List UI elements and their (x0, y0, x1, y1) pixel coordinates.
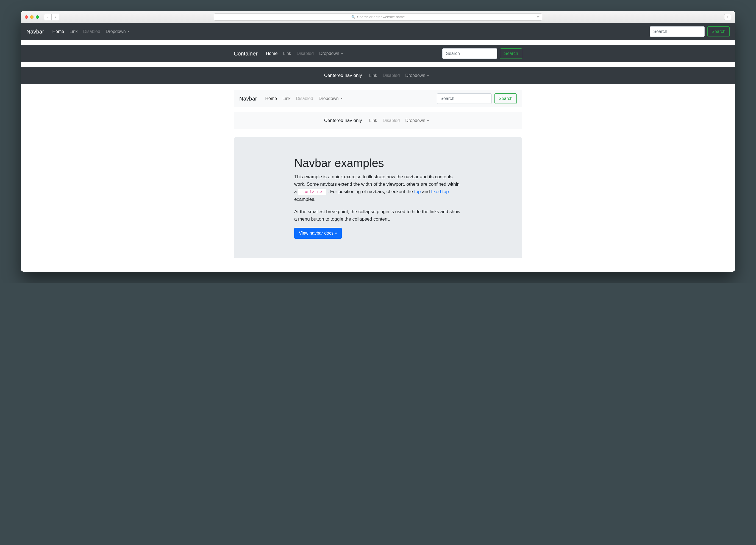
page-title: Navbar examples (294, 157, 462, 170)
fullscreen-icon[interactable] (36, 15, 39, 19)
chevron-down-icon (127, 31, 130, 32)
chevron-down-icon (427, 75, 429, 76)
chevron-down-icon (341, 53, 343, 54)
second-paragraph: At the smallest breakpoint, the collapse… (294, 208, 462, 223)
search-icon: 🔍 (351, 15, 355, 19)
back-button[interactable]: ‹ (44, 14, 52, 20)
brand[interactable]: Container (234, 51, 258, 57)
search-form: Search (442, 48, 522, 59)
new-tab-button[interactable]: + (724, 14, 731, 20)
forward-button[interactable]: › (52, 14, 59, 20)
address-placeholder: Search or enter website name (357, 15, 405, 19)
chevron-down-icon (427, 120, 429, 121)
jumbotron: Navbar examples This example is a quick … (234, 137, 522, 258)
address-bar[interactable]: 🔍 Search or enter website name ⟳ (214, 13, 542, 21)
navbar-dark-full: Navbar Home Link Disabled Dropdown Searc… (21, 23, 735, 40)
center-links: Centered nav only Link Disabled Dropdown (324, 71, 432, 80)
nav-links: Home Link Disabled Dropdown (49, 27, 132, 36)
nav-disabled: Disabled (80, 27, 103, 36)
link-fixed-top[interactable]: fixed top (431, 189, 449, 194)
brand[interactable]: Navbar (239, 96, 257, 102)
nav-link[interactable]: Link (280, 94, 293, 103)
nav-dropdown[interactable]: Dropdown (103, 27, 132, 36)
nav-dropdown-label: Dropdown (405, 73, 425, 78)
nav-link[interactable]: Link (366, 71, 380, 80)
nav-home[interactable]: Home (49, 27, 67, 36)
view-docs-button[interactable]: View navbar docs » (294, 228, 342, 239)
browser-window: ‹ › 🔍 Search or enter website name ⟳ + N… (21, 11, 735, 272)
search-form: Search (650, 26, 730, 37)
nav-disabled: Disabled (380, 71, 402, 80)
search-input[interactable] (442, 48, 497, 59)
minimize-icon[interactable] (30, 15, 34, 19)
nav-dropdown-label: Dropdown (405, 118, 425, 123)
center-links: Centered nav only Link Disabled Dropdown (324, 116, 432, 125)
nav-dropdown[interactable]: Dropdown (316, 49, 346, 58)
nav-links: Home Link Disabled Dropdown (262, 94, 345, 103)
nav-home[interactable]: Home (263, 49, 280, 58)
chevron-down-icon (340, 98, 343, 99)
link-top[interactable]: top (414, 189, 421, 194)
nav-home[interactable]: Home (262, 94, 280, 103)
nav-links: Home Link Disabled Dropdown (263, 49, 346, 58)
search-form: Search (437, 93, 517, 104)
nav-link[interactable]: Link (366, 116, 380, 125)
code-container: .container (298, 189, 326, 195)
nav-dropdown-label: Dropdown (106, 29, 126, 34)
nav-dropdown-label: Dropdown (319, 51, 339, 56)
navbar-light-container: Navbar Home Link Disabled Dropdown Searc… (234, 90, 522, 107)
search-button[interactable]: Search (500, 48, 522, 59)
centered-brand: Centered nav only (324, 118, 362, 123)
navbar-dark-container: Container Home Link Disabled Dropdown Se (21, 45, 735, 62)
nav-buttons: ‹ › (44, 14, 59, 20)
intro-paragraph: This example is a quick exercise to illu… (294, 173, 462, 203)
search-button[interactable]: Search (494, 93, 517, 104)
navbar-light-centered: Centered nav only Link Disabled Dropdown (234, 112, 522, 129)
search-button[interactable]: Search (707, 26, 730, 37)
nav-dropdown-label: Dropdown (319, 96, 339, 101)
nav-dropdown[interactable]: Dropdown (402, 116, 432, 125)
page-content: Navbar Home Link Disabled Dropdown Searc… (21, 23, 735, 272)
nav-link[interactable]: Link (67, 27, 80, 36)
centered-brand: Centered nav only (324, 73, 362, 78)
reload-icon[interactable]: ⟳ (537, 15, 540, 19)
nav-disabled: Disabled (380, 116, 402, 125)
close-icon[interactable] (25, 15, 28, 19)
nav-disabled: Disabled (293, 94, 316, 103)
nav-dropdown[interactable]: Dropdown (316, 94, 345, 103)
brand[interactable]: Navbar (26, 29, 44, 35)
titlebar: ‹ › 🔍 Search or enter website name ⟳ + (21, 11, 735, 23)
window-controls (25, 15, 39, 19)
search-input[interactable] (650, 26, 705, 37)
nav-dropdown[interactable]: Dropdown (402, 71, 432, 80)
navbar-dark-centered: Centered nav only Link Disabled Dropdown (21, 67, 735, 84)
search-input[interactable] (437, 93, 492, 104)
nav-disabled: Disabled (294, 49, 316, 58)
nav-link[interactable]: Link (280, 49, 294, 58)
